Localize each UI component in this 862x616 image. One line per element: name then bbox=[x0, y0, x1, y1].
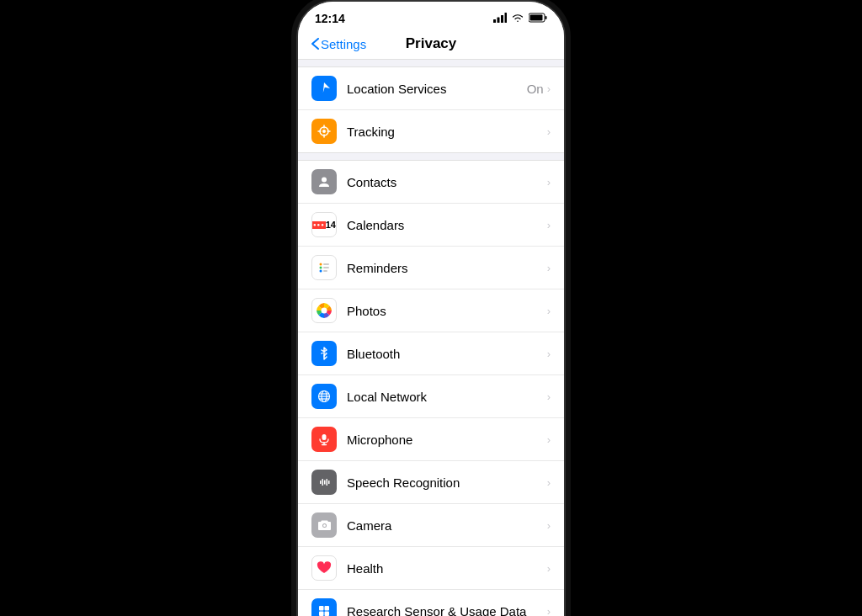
list-item-reminders[interactable]: Reminders › bbox=[298, 247, 564, 289]
local-network-label: Local Network bbox=[347, 390, 547, 404]
list-item-tracking[interactable]: Tracking › bbox=[298, 110, 564, 152]
svg-point-16 bbox=[320, 270, 322, 273]
reminders-label: Reminders bbox=[347, 261, 547, 275]
photos-label: Photos bbox=[347, 304, 547, 318]
phone-frame: 12:14 bbox=[296, 0, 566, 616]
svg-rect-17 bbox=[323, 263, 329, 265]
location-services-chevron: › bbox=[547, 82, 551, 95]
camera-chevron: › bbox=[547, 519, 551, 532]
list-item-camera[interactable]: Camera › bbox=[298, 504, 564, 547]
research-sensor-label: Research Sensor & Usage Data bbox=[347, 604, 547, 617]
photos-chevron: › bbox=[547, 305, 551, 317]
svg-point-35 bbox=[323, 524, 326, 527]
list-item-calendars[interactable]: ●●● 14 Calendars › bbox=[298, 204, 564, 247]
svg-rect-39 bbox=[325, 612, 330, 617]
svg-rect-29 bbox=[320, 481, 322, 484]
svg-rect-36 bbox=[319, 606, 324, 611]
local-network-icon bbox=[311, 384, 337, 409]
calendars-chevron: › bbox=[547, 219, 551, 231]
svg-rect-32 bbox=[327, 479, 328, 486]
list-item-health[interactable]: Health › bbox=[298, 547, 564, 590]
list-item-research-sensor[interactable]: Research Sensor & Usage Data › bbox=[298, 590, 564, 616]
svg-rect-3 bbox=[505, 13, 508, 23]
content-area: Location Services On › Tracking › bbox=[298, 60, 564, 616]
list-item-local-network[interactable]: Local Network › bbox=[298, 375, 564, 418]
contacts-label: Contacts bbox=[347, 175, 547, 189]
svg-rect-31 bbox=[324, 481, 326, 485]
svg-rect-1 bbox=[498, 18, 500, 24]
svg-rect-2 bbox=[501, 15, 503, 23]
photos-icon bbox=[311, 298, 337, 323]
svg-rect-5 bbox=[545, 16, 547, 19]
contacts-icon bbox=[311, 169, 337, 194]
bluetooth-chevron: › bbox=[547, 348, 551, 360]
reminders-icon bbox=[311, 255, 337, 280]
wifi-icon bbox=[511, 12, 524, 25]
calendars-label: Calendars bbox=[347, 218, 547, 232]
svg-rect-26 bbox=[322, 434, 327, 440]
status-bar: 12:14 bbox=[298, 2, 564, 30]
nav-bar: Settings Privacy bbox=[298, 30, 564, 60]
camera-label: Camera bbox=[347, 518, 547, 533]
svg-rect-33 bbox=[328, 481, 330, 484]
research-sensor-chevron: › bbox=[547, 605, 551, 617]
svg-point-15 bbox=[320, 267, 322, 269]
time: 12:14 bbox=[315, 12, 345, 25]
list-item-location-services[interactable]: Location Services On › bbox=[298, 67, 564, 110]
list-item-contacts[interactable]: Contacts › bbox=[298, 161, 564, 204]
microphone-icon bbox=[311, 427, 337, 452]
back-label: Settings bbox=[321, 37, 366, 51]
list-item-microphone[interactable]: Microphone › bbox=[298, 418, 564, 461]
svg-rect-38 bbox=[319, 612, 324, 617]
section-privacy: Contacts › ●●● 14 Calendars › bbox=[298, 160, 564, 616]
back-button[interactable]: Settings bbox=[311, 37, 366, 51]
signal-icon bbox=[493, 12, 507, 25]
status-icons bbox=[493, 12, 547, 25]
research-sensor-icon bbox=[311, 598, 337, 616]
svg-point-13 bbox=[322, 178, 327, 183]
location-services-icon bbox=[311, 76, 337, 101]
page-title: Privacy bbox=[406, 35, 457, 52]
location-services-value: On bbox=[527, 82, 544, 96]
tracking-label: Tracking bbox=[347, 125, 547, 139]
svg-rect-6 bbox=[530, 15, 543, 21]
contacts-chevron: › bbox=[547, 176, 551, 189]
svg-rect-37 bbox=[325, 606, 330, 611]
battery-icon bbox=[529, 12, 547, 25]
tracking-icon bbox=[311, 119, 337, 144]
health-chevron: › bbox=[547, 562, 551, 575]
list-item-photos[interactable]: Photos › bbox=[298, 289, 564, 332]
bluetooth-icon bbox=[311, 341, 337, 366]
svg-point-20 bbox=[322, 308, 327, 314]
camera-icon bbox=[311, 512, 337, 538]
section-location: Location Services On › Tracking › bbox=[298, 66, 564, 153]
health-icon bbox=[311, 555, 337, 581]
local-network-chevron: › bbox=[547, 390, 551, 403]
svg-point-14 bbox=[320, 263, 322, 266]
tracking-chevron: › bbox=[547, 125, 551, 138]
svg-rect-0 bbox=[493, 19, 496, 23]
svg-rect-19 bbox=[323, 270, 327, 272]
health-label: Health bbox=[347, 561, 547, 576]
speech-recognition-chevron: › bbox=[547, 476, 551, 489]
list-item-speech-recognition[interactable]: Speech Recognition › bbox=[298, 461, 564, 504]
speech-recognition-icon bbox=[311, 470, 337, 495]
location-services-label: Location Services bbox=[347, 82, 527, 96]
bluetooth-label: Bluetooth bbox=[347, 347, 547, 361]
svg-rect-18 bbox=[323, 267, 329, 268]
svg-point-8 bbox=[322, 130, 326, 133]
list-item-bluetooth[interactable]: Bluetooth › bbox=[298, 332, 564, 375]
calendars-icon: ●●● 14 bbox=[311, 212, 337, 237]
svg-rect-30 bbox=[322, 479, 324, 486]
reminders-chevron: › bbox=[547, 262, 551, 274]
microphone-label: Microphone bbox=[347, 433, 547, 447]
microphone-chevron: › bbox=[547, 433, 551, 446]
speech-recognition-label: Speech Recognition bbox=[347, 475, 547, 490]
